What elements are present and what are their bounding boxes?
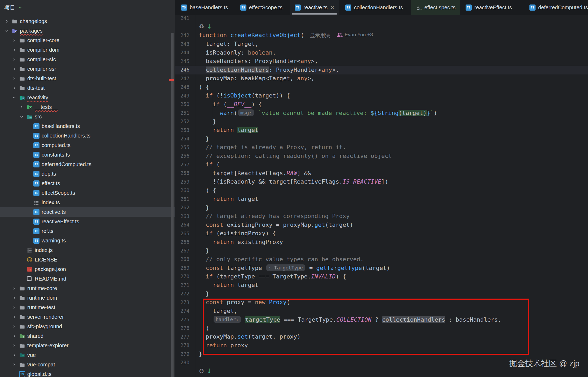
chevron-right-icon[interactable]: [20, 105, 26, 109]
chevron-right-icon[interactable]: [5, 19, 12, 23]
code-line-241[interactable]: 241: [175, 15, 588, 23]
code-line-260[interactable]: 260 ) {: [175, 186, 588, 195]
chevron-right-icon[interactable]: [12, 315, 19, 319]
line-number[interactable]: 273: [175, 299, 189, 305]
tree-item-baseHandlers.ts[interactable]: TSbaseHandlers.ts: [0, 121, 175, 131]
tree-item-reactiveEffect.ts[interactable]: TSreactiveEffect.ts: [0, 217, 175, 226]
chevron-right-icon[interactable]: [12, 296, 19, 300]
code-line-254[interactable]: 254 }: [175, 134, 588, 143]
code-line-249[interactable]: 249 if (!isObject(target)) {: [175, 91, 588, 100]
code-vision-usages-hint[interactable]: 显示用法: [310, 33, 330, 38]
tree-item-template-explorer[interactable]: template-explorer: [0, 341, 175, 350]
code-line-245[interactable]: 245 baseHandlers: ProxyHandler<any>,: [175, 57, 588, 66]
code-line-252[interactable]: 252 }: [175, 117, 588, 126]
code-line-271[interactable]: 271 return target: [175, 281, 588, 290]
line-number[interactable]: 255: [175, 144, 189, 150]
code-line-250[interactable]: 250 if (__DEV__) {: [175, 100, 588, 109]
chevron-right-icon[interactable]: [12, 67, 19, 71]
line-number[interactable]: 257: [175, 162, 189, 167]
line-number[interactable]: 279: [175, 351, 189, 357]
code-line-269[interactable]: 269 const targetType : TargetType = getT…: [175, 264, 588, 272]
tree-item-deferredComputed.ts[interactable]: TSdeferredComputed.ts: [0, 159, 175, 169]
tab-collectionHandlers.ts[interactable]: TScollectionHandlers.ts: [341, 0, 408, 15]
code-line-257[interactable]: 257 if (: [175, 160, 588, 169]
tab-effectScope.ts[interactable]: TSeffectScope.ts: [236, 0, 287, 15]
line-number[interactable]: 248: [175, 84, 189, 90]
tree-item-LICENSE[interactable]: CLICENSE: [0, 255, 175, 264]
project-tree-scrollbar[interactable]: [171, 33, 174, 377]
code-line-263[interactable]: 263 // target already has corresponding …: [175, 212, 588, 221]
code-line-253[interactable]: 253 return target: [175, 126, 588, 135]
tree-item-README.md[interactable]: README.md: [0, 274, 175, 283]
tree-item-dep.ts[interactable]: TSdep.ts: [0, 169, 175, 179]
tree-item-effect.ts[interactable]: TSeffect.ts: [0, 179, 175, 188]
code-line-259[interactable]: 259 !(isReadonly && target[ReactiveFlags…: [175, 178, 588, 186]
line-number[interactable]: 253: [175, 127, 189, 133]
code-line-267[interactable]: 267 }: [175, 246, 588, 255]
code-line-243[interactable]: 243 target: Target,: [175, 40, 588, 48]
line-number[interactable]: 246: [175, 67, 189, 73]
code-line-258[interactable]: 258 target[ReactiveFlags.RAW] &&: [175, 169, 588, 178]
line-number[interactable]: 275: [175, 317, 189, 322]
code-line-256[interactable]: 256 // exception: calling readonly() on …: [175, 152, 588, 160]
code-line-255[interactable]: 255 // target is already a Proxy, return…: [175, 143, 588, 152]
code-vision-authors-hint[interactable]: Evan You +8: [337, 32, 373, 38]
line-number[interactable]: 269: [175, 265, 189, 271]
line-number[interactable]: 267: [175, 248, 189, 254]
code-line-261[interactable]: 261 return target: [175, 195, 588, 203]
tree-item-collectionHandlers.ts[interactable]: TScollectionHandlers.ts: [0, 131, 175, 140]
code-line-246[interactable]: 246 collectionHandlers: ProxyHandler<any…: [175, 65, 588, 74]
line-number[interactable]: 278: [175, 342, 189, 348]
chevron-right-icon[interactable]: [12, 48, 19, 52]
line-number[interactable]: 268: [175, 256, 189, 262]
tree-item-package.json[interactable]: npackage.json: [0, 264, 175, 274]
tab-reactive.ts[interactable]: TSreactive.ts×: [290, 0, 339, 15]
chevron-right-icon[interactable]: [12, 353, 19, 357]
line-number[interactable]: 245: [175, 58, 189, 64]
code-line-242[interactable]: 242function createReactiveObject(显示用法Eva…: [175, 31, 588, 40]
chevron-right-icon[interactable]: [12, 86, 19, 90]
tree-item-ref.ts[interactable]: TSref.ts: [0, 226, 175, 236]
tree-item-index.js[interactable]: index.js: [0, 245, 175, 255]
line-number[interactable]: 242: [175, 32, 189, 38]
tab-baseHandlers.ts[interactable]: TSbaseHandlers.ts: [176, 0, 233, 15]
tree-item-warning.ts[interactable]: TSwarning.ts: [0, 236, 175, 245]
line-number[interactable]: 271: [175, 282, 189, 288]
tree-item-runtime-dom[interactable]: runtime-dom: [0, 293, 175, 303]
line-number[interactable]: 247: [175, 76, 189, 81]
chevron-down-icon[interactable]: [5, 29, 12, 33]
chevron-right-icon[interactable]: [12, 305, 19, 309]
code-line-266[interactable]: 266 return existingProxy: [175, 238, 588, 246]
chevron-right-icon[interactable]: [12, 76, 19, 81]
line-number[interactable]: 241: [175, 15, 189, 21]
tree-item-shared[interactable]: shared: [0, 331, 175, 341]
code-vision-marker-icon[interactable]: ♻: [199, 367, 204, 374]
line-number[interactable]: 243: [175, 41, 189, 47]
tree-item-computed.ts[interactable]: TScomputed.ts: [0, 140, 175, 150]
code-vision-marker-icon[interactable]: ♻: [199, 23, 204, 30]
tab-effect.spec.ts[interactable]: TSeffect.spec.ts: [411, 0, 460, 15]
line-number[interactable]: 274: [175, 308, 189, 314]
tree-item-compiler-core[interactable]: compiler-core: [0, 36, 175, 45]
arrow-down-icon[interactable]: ↓: [207, 23, 212, 30]
line-number[interactable]: 258: [175, 170, 189, 176]
line-number[interactable]: 252: [175, 118, 189, 124]
chevron-right-icon[interactable]: [12, 334, 19, 338]
chevron-down-icon[interactable]: [12, 95, 19, 100]
code-line-248[interactable]: 248) {: [175, 83, 588, 91]
code-line-270[interactable]: 270 if (targetType === TargetType.INVALI…: [175, 272, 588, 281]
tab-deferredComputed.ts[interactable]: TSdeferredComputed.ts: [525, 0, 588, 15]
tree-item-index.ts[interactable]: index.ts: [0, 198, 175, 207]
close-icon[interactable]: ×: [331, 5, 334, 11]
line-number[interactable]: 263: [175, 213, 189, 219]
line-number[interactable]: 264: [175, 222, 189, 228]
tree-item-server-renderer[interactable]: server-renderer: [0, 312, 175, 322]
tab-reactiveEffect.ts[interactable]: TSreactiveEffect.ts: [461, 0, 516, 15]
line-number[interactable]: 276: [175, 325, 189, 331]
tree-item-src[interactable]: </>src: [0, 112, 175, 121]
tree-item-packages[interactable]: packages: [0, 26, 175, 36]
tree-item-dts-built-test[interactable]: dts-built-test: [0, 74, 175, 83]
chevron-right-icon[interactable]: [12, 57, 19, 61]
chevron-down-icon[interactable]: [20, 114, 26, 119]
code-line-244[interactable]: 244 isReadonly: boolean,: [175, 48, 588, 57]
